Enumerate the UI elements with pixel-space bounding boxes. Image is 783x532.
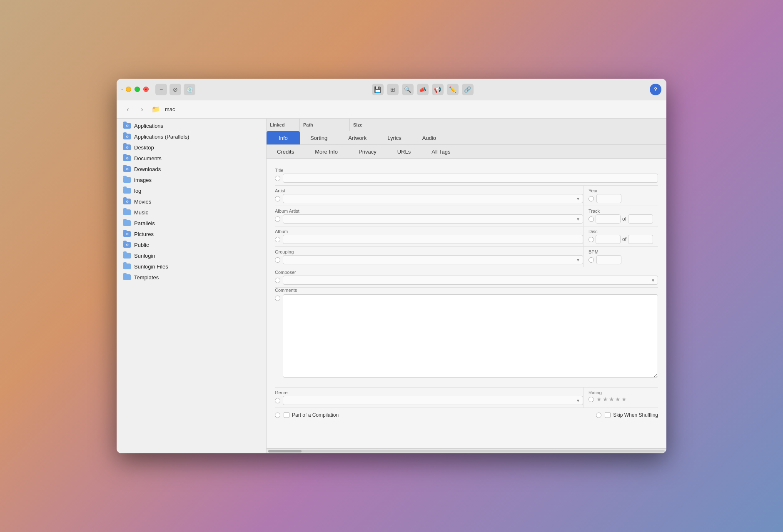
album-artist-track-row: Album Artist ▼ Track [275,206,658,226]
sidebar-item-label: log [134,188,141,194]
star-1[interactable]: ★ [596,396,602,403]
strikethrough-icon[interactable]: ⊘ [170,84,181,95]
tab-sorting[interactable]: Sorting [300,131,338,144]
announce2-icon[interactable]: 📢 [432,84,444,95]
sidebar-item-sunlogin-files[interactable]: Sunlogin Files [117,261,266,272]
tab-credits[interactable]: Credits [267,145,304,158]
tab-row-2: Credits More Info Privacy URLs All Tags [267,145,666,158]
composer-radio[interactable] [275,278,280,283]
title-input[interactable] [283,174,658,183]
folder-icon [123,134,131,139]
disk-icon[interactable]: 💾 [372,84,384,95]
album-artist-label: Album Artist [275,209,583,214]
zoom-icon[interactable]: 🔍 [402,84,414,95]
star-5[interactable]: ★ [621,396,627,403]
disc-radio[interactable] [588,237,594,242]
composer-dropdown[interactable]: ▼ [283,276,658,285]
genre-dropdown[interactable]: ▼ [283,396,583,405]
folder-icon [123,166,131,172]
album-radio[interactable] [275,237,280,242]
sidebar-item-music[interactable]: Music [117,207,266,218]
minus-icon[interactable]: − [155,84,167,95]
tab-artwork[interactable]: Artwork [338,131,377,144]
tab-more-info[interactable]: More Info [304,145,348,158]
close-x-button[interactable]: × [143,87,149,92]
artist-dropdown[interactable]: ▼ [283,194,583,203]
tab-row-1: Info Sorting Artwork Lyrics Audio [267,131,666,144]
grid-icon[interactable]: ⊞ [387,84,399,95]
year-input[interactable] [596,194,621,203]
sidebar-item-applications[interactable]: Applications [117,120,266,131]
nav-forward-button[interactable]: › [137,105,147,114]
year-radio[interactable] [588,196,594,201]
artist-year-row: Artist ▼ Year [275,186,658,206]
artist-radio[interactable] [275,196,280,201]
track-radio[interactable] [588,216,594,222]
minimize-button[interactable] [126,87,131,92]
title-label: Title [275,168,658,173]
help-button[interactable]: ? [650,84,661,95]
sidebar-item-templates[interactable]: Templates [117,272,266,283]
album-artist-radio[interactable] [275,216,280,222]
album-artist-dropdown[interactable]: ▼ [283,214,583,224]
comments-radio[interactable] [275,296,280,301]
star-3[interactable]: ★ [609,396,614,403]
tab-lyrics[interactable]: Lyrics [377,131,411,144]
shuffle-radio[interactable] [596,413,601,418]
close-button[interactable] [122,89,122,90]
sidebar-item-images[interactable]: images [117,174,266,185]
maximize-button[interactable] [135,87,140,92]
grouping-radio[interactable] [275,257,280,263]
tab-audio[interactable]: Audio [412,131,446,144]
comments-textarea[interactable] [283,294,658,378]
sidebar-item-public[interactable]: Public [117,239,266,250]
track-number-input[interactable] [596,214,621,224]
track-total-input[interactable] [628,214,653,224]
sidebar-item-label: Templates [134,274,159,281]
compilation-checkbox[interactable] [284,412,289,418]
compilation-radio[interactable] [275,413,280,418]
star-2[interactable]: ★ [603,396,608,403]
album-input[interactable] [283,235,583,244]
disc-number-input[interactable] [596,235,621,244]
col-size: Size [350,119,383,131]
tab-privacy[interactable]: Privacy [348,145,387,158]
tab-info[interactable]: Info [267,131,300,144]
sidebar-item-sunlogin[interactable]: Sunlogin [117,250,266,261]
sidebar-item-log[interactable]: log [117,185,266,196]
sidebar-item-parallels[interactable]: Parallels [117,218,266,229]
column-headers: Linked Path Size [267,119,666,131]
sidebar-item-documents[interactable]: Documents [117,153,266,164]
rating-radio[interactable] [588,397,594,402]
cd-icon[interactable]: 💿 [184,84,195,95]
sidebar-item-applications-parallels[interactable]: Applications (Parallels) [117,131,266,142]
horizontal-scrollbar[interactable] [267,448,666,453]
sidebar-item-label: Sunlogin [134,253,155,259]
title-radio[interactable] [275,176,280,181]
bpm-radio[interactable] [588,257,594,263]
nav-back-button[interactable]: ‹ [123,105,132,114]
detail-panel: Info Sorting Artwork Lyrics Audio Credit… [267,131,666,448]
edit-icon[interactable]: ✏️ [447,84,459,95]
link-icon[interactable]: 🔗 [462,84,474,95]
scrollbar-track [268,450,665,452]
bpm-input[interactable] [596,255,621,264]
grouping-dropdown[interactable]: ▼ [283,255,583,264]
scrollbar-thumb[interactable] [268,450,302,452]
sidebar-item-movies[interactable]: Movies [117,196,266,207]
sidebar-item-desktop[interactable]: Desktop [117,142,266,153]
shuffle-checkbox[interactable] [605,412,611,418]
compilation-checkbox-item[interactable]: Part of a Compilation [284,412,339,418]
shuffle-checkbox-item[interactable]: Skip When Shuffling [605,412,658,418]
genre-radio[interactable] [275,398,280,403]
announce1-icon[interactable]: 📣 [417,84,429,95]
stars-container[interactable]: ★ ★ ★ ★ ★ [596,396,627,403]
tab-all-tags[interactable]: All Tags [421,145,461,158]
disc-total-input[interactable] [628,235,653,244]
star-4[interactable]: ★ [615,396,621,403]
titlebar: × − ⊘ 💿 💾 ⊞ 🔍 📣 📢 ✏️ 🔗 ? [117,79,666,100]
sidebar-item-downloads[interactable]: Downloads [117,164,266,174]
tab-urls[interactable]: URLs [387,145,421,158]
sidebar-item-pictures[interactable]: Pictures [117,229,266,239]
genre-rating-row: Genre ▼ Rating [275,388,658,408]
